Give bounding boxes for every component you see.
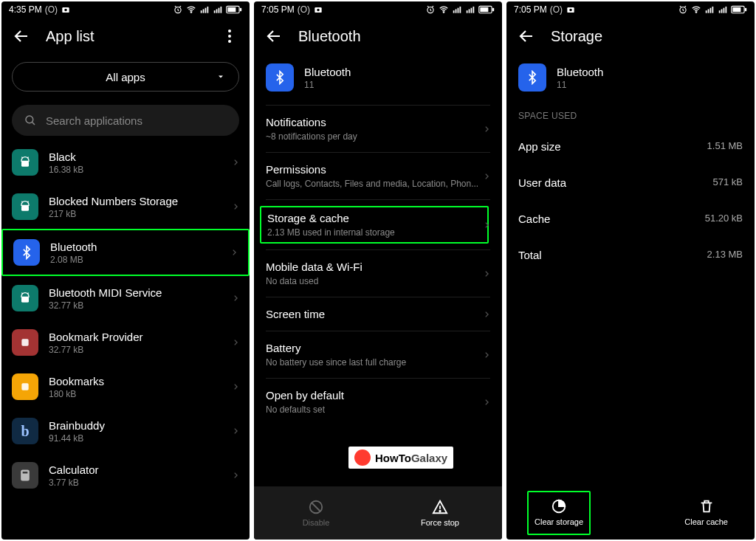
svg-rect-32	[469, 9, 470, 13]
chevron-right-icon	[483, 309, 490, 320]
chevron-right-icon	[483, 397, 490, 407]
app-version: 11	[304, 80, 351, 90]
watermark: HowToGalaxy	[348, 447, 453, 469]
header: Storage	[506, 15, 755, 56]
app-row[interactable]: Calculator3.77 kB	[1, 453, 250, 497]
back-button[interactable]	[264, 27, 284, 46]
app-name: Bluetooth	[557, 66, 603, 78]
row-subtitle: ~8 notifications per day	[266, 131, 483, 142]
force-stop-button[interactable]: Force stop	[378, 486, 502, 540]
svg-rect-16	[21, 161, 29, 167]
app-row[interactable]: Black16.38 kB	[1, 140, 250, 185]
storage-kv-row: User data571 kB	[506, 165, 755, 201]
svg-point-15	[26, 116, 33, 123]
settings-list[interactable]: Notifications~8 notifications per dayPer…	[254, 106, 502, 486]
app-row[interactable]: Bookmark Provider32.77 kB	[1, 320, 250, 365]
chevron-right-icon	[483, 171, 490, 182]
wifi-icon	[691, 4, 701, 15]
app-list[interactable]: Black16.38 kBBlocked Numbers Storage217 …	[1, 140, 250, 540]
svg-rect-14	[240, 8, 241, 12]
battery-icon	[478, 4, 495, 15]
app-size: 217 kB	[49, 209, 221, 219]
app-name: Black	[49, 151, 221, 163]
chevron-right-icon	[232, 426, 239, 436]
svg-rect-17	[21, 205, 29, 211]
kv-value: 1.51 MB	[707, 140, 743, 153]
svg-rect-22	[23, 472, 28, 474]
chevron-right-icon	[232, 337, 239, 348]
status-time: 7:05 PM	[514, 4, 547, 15]
screen-app-info: 7:05 PM (O) Bluetooth Bluetooth 11 Notif…	[254, 1, 502, 540]
svg-rect-54	[745, 8, 746, 12]
status-icons	[425, 4, 495, 15]
battery-icon	[226, 4, 242, 15]
back-button[interactable]	[12, 27, 31, 46]
app-size: 180 kB	[49, 389, 221, 399]
page-title: App list	[46, 28, 205, 45]
spacer	[611, 486, 658, 540]
storage-kv-row: App size1.51 MB	[506, 128, 755, 165]
app-row[interactable]: Bookmarks180 kB	[1, 365, 250, 409]
storage-kv-list: App size1.51 MBUser data571 kBCache51.20…	[506, 128, 755, 273]
settings-row[interactable]: Notifications~8 notifications per day	[254, 106, 502, 152]
svg-rect-33	[471, 8, 472, 13]
chevron-right-icon	[232, 470, 239, 480]
alarm-icon	[678, 4, 688, 15]
chevron-right-icon	[483, 269, 490, 279]
disable-button[interactable]: Disable	[254, 486, 378, 540]
settings-row[interactable]: Open by defaultNo defaults set	[254, 379, 502, 425]
svg-rect-27	[453, 10, 455, 13]
svg-point-1	[64, 9, 67, 11]
app-row[interactable]: Bluetooth MIDI Service32.77 kB	[1, 276, 250, 320]
app-size: 32.77 kB	[49, 300, 221, 311]
svg-rect-47	[712, 7, 714, 13]
settings-row[interactable]: PermissionsCall logs, Contacts, Files an…	[254, 153, 502, 199]
signal-icon	[199, 4, 210, 15]
svg-rect-28	[456, 9, 457, 13]
svg-rect-13	[227, 7, 236, 12]
svg-point-3	[190, 12, 192, 13]
svg-point-39	[439, 511, 440, 511]
signal-icon-2	[718, 4, 728, 15]
app-size: 2.08 MB	[50, 255, 220, 265]
app-row[interactable]: Bluetooth2.08 MB	[1, 229, 250, 276]
page-title: Bluetooth	[298, 28, 492, 45]
bluetooth-icon	[518, 63, 546, 92]
status-o-label: (O)	[45, 4, 58, 15]
settings-row[interactable]: Screen time	[254, 297, 502, 331]
search-icon	[24, 114, 37, 127]
app-name: Bookmarks	[49, 375, 221, 387]
screen-storage: 7:05 PM (O) Storage Bluetooth 11 SPACE U…	[506, 1, 755, 540]
row-title: Battery	[266, 342, 483, 354]
battery-icon	[731, 4, 747, 15]
app-icon	[12, 149, 38, 176]
camera-icon	[566, 4, 576, 15]
svg-point-43	[695, 12, 697, 13]
alarm-icon	[173, 4, 183, 15]
signal-icon-2	[213, 4, 223, 15]
app-size: 16.38 kB	[49, 165, 221, 175]
row-title: Screen time	[266, 308, 483, 320]
more-menu-button[interactable]	[220, 27, 239, 46]
search-input[interactable]: Search applications	[12, 105, 239, 136]
app-row[interactable]: bBrainbuddy91.44 kB	[1, 409, 250, 453]
app-name: Bluetooth	[304, 66, 351, 78]
kv-key: App size	[518, 140, 561, 153]
chevron-right-icon	[483, 350, 490, 360]
clear-cache-button[interactable]: Clear cache	[678, 491, 734, 535]
settings-row[interactable]: Mobile data & Wi-FiNo data used	[254, 250, 502, 297]
app-row[interactable]: Blocked Numbers Storage217 kB	[1, 185, 250, 229]
page-title: Storage	[551, 28, 744, 45]
settings-row[interactable]: BatteryNo battery use since last full ch…	[254, 331, 502, 378]
signal-icon	[704, 4, 715, 15]
chevron-right-icon	[232, 293, 239, 303]
back-button[interactable]	[517, 27, 536, 46]
filter-dropdown[interactable]: All apps	[12, 62, 239, 92]
bluetooth-icon	[266, 63, 294, 92]
status-bar: 7:05 PM (O)	[506, 1, 755, 15]
settings-row[interactable]: Storage & cache2.13 MB used in internal …	[254, 200, 502, 249]
app-name: Blocked Numbers Storage	[49, 195, 221, 207]
clear-storage-button[interactable]: Clear storage	[527, 491, 591, 535]
header: Bluetooth	[254, 15, 502, 56]
app-name: Brainbuddy	[49, 419, 221, 432]
